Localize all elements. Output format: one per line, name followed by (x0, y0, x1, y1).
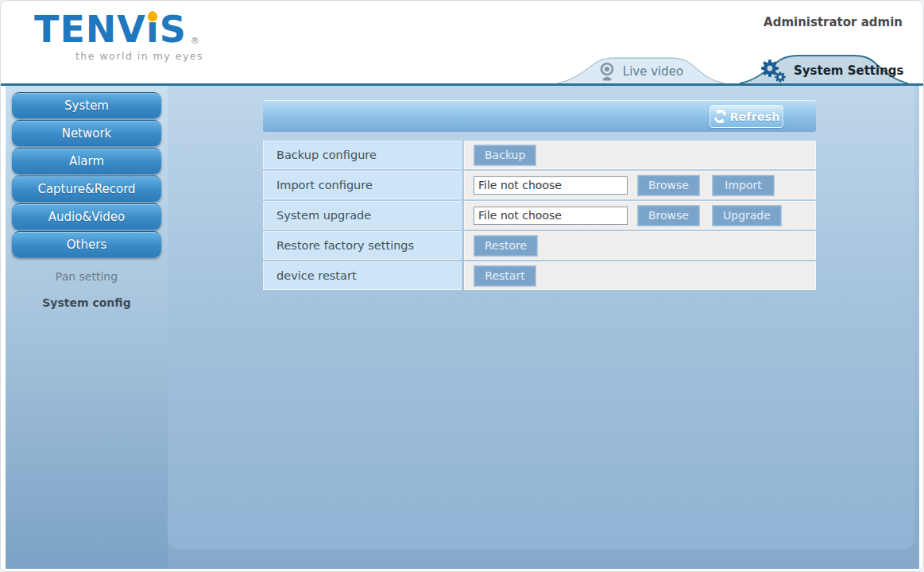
sidebar-item-network[interactable]: Network (12, 120, 161, 146)
settings-table: Refresh Backup configure Backup Import c… (263, 100, 816, 292)
backup-button[interactable]: Backup (474, 145, 536, 166)
logo-text-part3: S (160, 10, 187, 48)
tab-live-video-label: Live video (623, 64, 683, 79)
app-window: TENViS ® the world in my eyes Administra… (0, 0, 924, 572)
gears-icon (759, 58, 787, 83)
logo-text-i: i (146, 10, 160, 48)
panel-header-bar: Refresh (263, 100, 816, 132)
logo-i-dot (148, 11, 157, 21)
logo-text-part1: TENV (34, 10, 146, 48)
restart-button[interactable]: Restart (474, 265, 536, 287)
registered-mark: ® (191, 36, 199, 46)
webcam-icon (598, 62, 616, 81)
sidebar-item-capture-record[interactable]: Capture&Record (12, 176, 161, 202)
table-row-backup: Backup configure Backup (263, 141, 816, 169)
import-button[interactable]: Import (712, 175, 775, 196)
tenvis-logo: TENViS ® the world in my eyes (34, 10, 205, 62)
row-label: Import configure (263, 171, 462, 199)
sidebar-item-alarm[interactable]: Alarm (12, 148, 161, 174)
sidebar-link-pan-setting[interactable]: Pan setting (6, 270, 168, 283)
upgrade-browse-button[interactable]: Browse (637, 205, 700, 226)
tab-system-settings-label: System Settings (794, 64, 904, 78)
sidebar: System Network Alarm Capture&Record Audi… (6, 86, 168, 569)
tab-live-video[interactable]: Live video (555, 56, 726, 83)
row-label: device restart (263, 261, 462, 290)
sidebar-item-audio-video[interactable]: Audio&Video (12, 203, 161, 230)
refresh-icon (713, 109, 728, 124)
row-label: Restore factory settings (263, 231, 462, 260)
sidebar-item-others[interactable]: Others (12, 231, 161, 257)
import-file-input[interactable] (474, 176, 628, 195)
restore-button[interactable]: Restore (474, 235, 538, 257)
table-row-import: Import configure Browse Import (263, 171, 816, 199)
admin-user-label: Administrator admin (764, 15, 903, 29)
table-row-upgrade: System upgrade Browse Upgrade (263, 201, 816, 230)
sidebar-link-system-config[interactable]: System config (6, 296, 168, 309)
import-browse-button[interactable]: Browse (637, 175, 700, 196)
settings-rows: Backup configure Backup Import configure… (263, 141, 816, 290)
tab-system-settings[interactable]: System Settings (738, 54, 910, 83)
upgrade-button[interactable]: Upgrade (712, 205, 782, 226)
header: TENViS ® the world in my eyes Administra… (1, 1, 923, 83)
logo-tagline: the world in my eyes (34, 50, 205, 62)
table-row-restore: Restore factory settings Restore (263, 231, 816, 260)
sidebar-item-system[interactable]: System (12, 92, 161, 118)
content-area: Refresh Backup configure Backup Import c… (168, 86, 919, 569)
table-row-restart: device restart Restart (263, 261, 816, 290)
main-area: System Network Alarm Capture&Record Audi… (1, 86, 923, 572)
upgrade-file-input[interactable] (474, 207, 628, 225)
row-label: System upgrade (263, 201, 462, 230)
refresh-label: Refresh (729, 110, 779, 123)
content-panel: Refresh Backup configure Backup Import c… (168, 86, 914, 549)
row-label: Backup configure (263, 141, 462, 169)
refresh-button[interactable]: Refresh (709, 105, 783, 128)
